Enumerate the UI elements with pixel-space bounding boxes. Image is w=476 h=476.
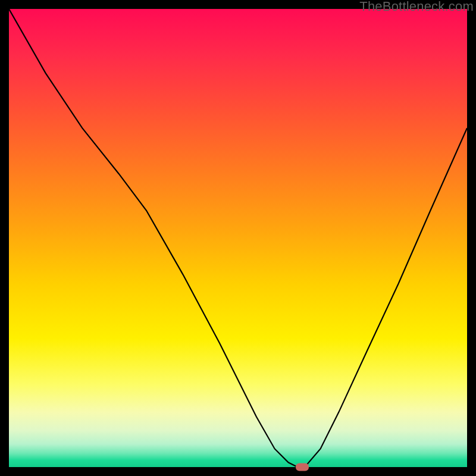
watermark-label: TheBottleneck.com [359, 0, 474, 14]
chart-frame: TheBottleneck.com [0, 0, 476, 476]
plot-area [9, 9, 467, 467]
curve-svg [9, 9, 467, 467]
optimal-point-marker [296, 464, 309, 471]
bottleneck-curve [9, 9, 467, 467]
